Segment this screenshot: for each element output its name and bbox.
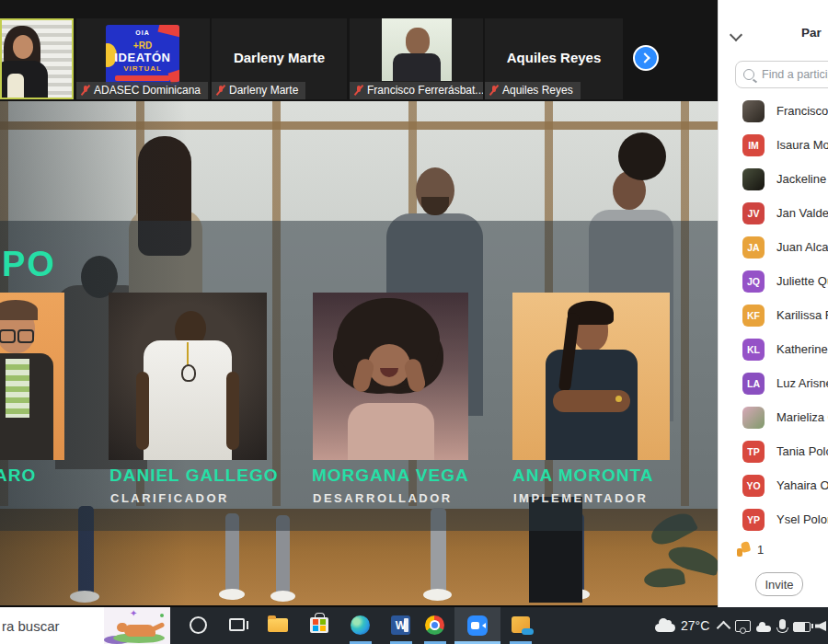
participant-label-text: Aquiles Reyes	[502, 84, 573, 97]
mic-muted-icon	[489, 85, 498, 97]
participant-label: ADASEC Dominicana	[76, 82, 208, 99]
windows-taskbar: ra buscar W 27°C	[0, 607, 828, 644]
participant-row[interactable]: KL Katherine La	[719, 332, 828, 366]
avatar: IM	[742, 134, 765, 156]
cortana-icon[interactable]	[190, 616, 207, 634]
participant-name: Marieliza Ca	[776, 410, 828, 424]
file-explorer-icon[interactable]	[268, 618, 288, 632]
ideaton-poster: OIA +RD IDEATÓN VIRTUAL	[106, 25, 179, 86]
word-icon[interactable]: W	[391, 615, 410, 635]
mic-muted-icon	[354, 85, 362, 97]
screen-cast-icon[interactable]	[735, 620, 751, 632]
participant-row[interactable]: JV Jan Valdez	[719, 196, 828, 230]
webcam-person-face	[13, 35, 33, 59]
avatar: YO	[742, 475, 765, 497]
team-member-role: CLARIFICADOR	[110, 491, 229, 505]
participant-row[interactable]: YP Ysel Polonia	[719, 502, 828, 536]
participant-label: Francisco Ferrerásbat...	[350, 82, 483, 99]
participant-name: Juan Alcanta	[776, 240, 828, 254]
tile-display-name: Aquiles Reyes	[485, 50, 623, 65]
participant-row[interactable]: TP Tania Poloni	[719, 434, 828, 468]
video-tile-adasec[interactable]: OIA +RD IDEATÓN VIRTUAL ADASEC Dominican…	[76, 18, 210, 99]
weather-app-icon[interactable]	[512, 616, 530, 633]
cougar-head	[117, 623, 127, 632]
participant-list: Francisco Fe IM Isaura More Jackeline Be…	[719, 94, 828, 536]
webcam-person-face	[406, 28, 430, 55]
participant-row[interactable]: Francisco Fe	[719, 94, 828, 128]
reaction-count: 1	[757, 543, 764, 557]
participant-row[interactable]: YO Yahaira Oga	[719, 468, 828, 502]
dot-decoration	[160, 614, 164, 617]
video-tile-aquiles[interactable]: Aquiles Reyes Aquiles Reyes	[485, 18, 623, 99]
battery-icon[interactable]	[793, 622, 811, 632]
next-page-button[interactable]	[633, 45, 659, 71]
chrome-icon[interactable]	[425, 615, 444, 635]
tray-chevron-up-icon[interactable]	[717, 621, 731, 636]
onedrive-icon[interactable]	[756, 626, 771, 632]
microsoft-store-icon[interactable]	[310, 617, 328, 633]
participant-name: Jackeline Be	[776, 172, 828, 186]
screen-share-content: PO ARO DANIEL	[0, 101, 718, 605]
webcam-video	[382, 18, 452, 81]
avatar: YP	[742, 509, 765, 531]
poster-title: IDEATÓN	[106, 51, 179, 64]
participant-row[interactable]: KF Karilissa Fel	[719, 298, 828, 332]
video-tile-active-speaker[interactable]	[0, 18, 74, 99]
participant-row[interactable]: IM Isaura More	[719, 128, 828, 162]
zoom-taskbar-tile[interactable]	[454, 607, 500, 644]
webcam-person-shirt	[7, 74, 24, 99]
participant-row[interactable]: JQ Juliette Quiñ	[719, 264, 828, 298]
team-member-name: ANA MORONTA	[512, 466, 653, 486]
search-input[interactable]	[760, 67, 828, 82]
participant-search-box[interactable]	[735, 61, 828, 88]
participant-row[interactable]: Jackeline Be	[719, 162, 828, 196]
participant-name: Isaura More	[776, 138, 828, 152]
avatar	[742, 407, 765, 429]
cougar-tail	[151, 622, 166, 632]
participant-name: Tania Poloni	[776, 444, 828, 458]
poster-rd: +RD	[106, 40, 179, 51]
taskbar-search-box[interactable]: ra buscar	[0, 607, 104, 644]
video-tile-darleny[interactable]: Darleny Marte Darleny Marte	[212, 18, 347, 99]
taskbar-search-text: ra buscar	[2, 618, 60, 634]
participant-row[interactable]: Marieliza Ca	[719, 400, 828, 434]
weather-cloud-icon[interactable]	[655, 624, 675, 632]
avatar: TP	[742, 441, 765, 463]
team-member-name: DANIEL GALLEGO	[109, 466, 279, 486]
participant-label: Aquiles Reyes	[485, 82, 581, 99]
participant-label-text: ADASEC Dominicana	[94, 84, 201, 97]
team-card-morgana	[313, 293, 468, 460]
volume-icon[interactable]	[815, 621, 826, 631]
zoom-meeting-window: OIA +RD IDEATÓN VIRTUAL ADASEC Dominican…	[0, 0, 828, 644]
avatar: LA	[742, 373, 765, 395]
participant-name: Ysel Polonia	[776, 512, 828, 526]
sparkle-icon	[130, 608, 137, 618]
mic-muted-icon	[81, 85, 89, 97]
participant-label: Darleny Marte	[212, 82, 305, 99]
participants-panel: Par Francisco Fe IM Isaura More Jackelin…	[718, 0, 828, 607]
participant-name: Karilissa Fel	[776, 308, 828, 322]
team-card-daniel	[109, 293, 267, 460]
task-view-icon[interactable]	[229, 618, 245, 631]
poster-banner	[115, 75, 170, 81]
participant-label-text: Francisco Ferrerásbat...	[367, 84, 483, 97]
video-tile-francisco[interactable]: Francisco Ferrerásbat...	[350, 18, 483, 99]
temperature-text[interactable]: 27°C	[681, 618, 709, 633]
poster-brand: OIA	[106, 29, 179, 36]
team-member-name: MORGANA VEGA	[312, 466, 469, 486]
participant-row[interactable]: JA Juan Alcanta	[719, 230, 828, 264]
team-member-name-partial: ARO	[0, 466, 36, 486]
participant-name: Yahaira Oga	[776, 478, 828, 492]
edge-icon[interactable]	[351, 615, 370, 635]
invite-button[interactable]: Invite	[755, 572, 803, 596]
avatar	[742, 168, 765, 190]
microphone-tray-icon[interactable]	[779, 619, 786, 629]
card-person-glasses	[0, 329, 35, 340]
participant-row[interactable]: LA Luz Arisnerk	[719, 366, 828, 400]
word-letter: W	[396, 619, 406, 632]
search-highlight-button[interactable]	[104, 607, 170, 644]
panel-collapse-chevron-icon[interactable]	[730, 29, 742, 41]
panel-title: Par	[801, 26, 822, 40]
team-member-role: IMPLEMENTADOR	[513, 491, 648, 505]
participant-name: Katherine La	[776, 342, 828, 356]
